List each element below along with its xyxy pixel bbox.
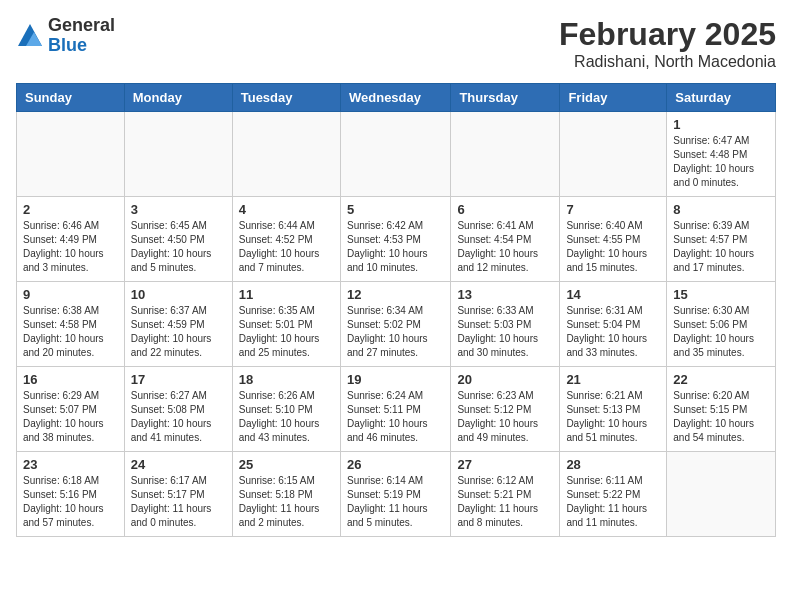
calendar-cell: 7Sunrise: 6:40 AM Sunset: 4:55 PM Daylig… bbox=[560, 197, 667, 282]
calendar-cell: 28Sunrise: 6:11 AM Sunset: 5:22 PM Dayli… bbox=[560, 452, 667, 537]
calendar-cell: 18Sunrise: 6:26 AM Sunset: 5:10 PM Dayli… bbox=[232, 367, 340, 452]
day-number: 4 bbox=[239, 202, 334, 217]
weekday-header: Tuesday bbox=[232, 84, 340, 112]
calendar-cell: 26Sunrise: 6:14 AM Sunset: 5:19 PM Dayli… bbox=[340, 452, 450, 537]
calendar-cell: 27Sunrise: 6:12 AM Sunset: 5:21 PM Dayli… bbox=[451, 452, 560, 537]
calendar-cell: 8Sunrise: 6:39 AM Sunset: 4:57 PM Daylig… bbox=[667, 197, 776, 282]
calendar-cell bbox=[232, 112, 340, 197]
calendar-cell: 3Sunrise: 6:45 AM Sunset: 4:50 PM Daylig… bbox=[124, 197, 232, 282]
calendar-cell bbox=[560, 112, 667, 197]
day-info: Sunrise: 6:46 AM Sunset: 4:49 PM Dayligh… bbox=[23, 219, 118, 275]
calendar-cell: 6Sunrise: 6:41 AM Sunset: 4:54 PM Daylig… bbox=[451, 197, 560, 282]
calendar-cell: 13Sunrise: 6:33 AM Sunset: 5:03 PM Dayli… bbox=[451, 282, 560, 367]
location-title: Radishani, North Macedonia bbox=[559, 53, 776, 71]
calendar-cell: 16Sunrise: 6:29 AM Sunset: 5:07 PM Dayli… bbox=[17, 367, 125, 452]
title-block: February 2025 Radishani, North Macedonia bbox=[559, 16, 776, 71]
day-number: 1 bbox=[673, 117, 769, 132]
day-number: 27 bbox=[457, 457, 553, 472]
day-number: 7 bbox=[566, 202, 660, 217]
day-info: Sunrise: 6:42 AM Sunset: 4:53 PM Dayligh… bbox=[347, 219, 444, 275]
page-header: General Blue February 2025 Radishani, No… bbox=[16, 16, 776, 71]
calendar-cell: 4Sunrise: 6:44 AM Sunset: 4:52 PM Daylig… bbox=[232, 197, 340, 282]
day-info: Sunrise: 6:27 AM Sunset: 5:08 PM Dayligh… bbox=[131, 389, 226, 445]
calendar-cell: 9Sunrise: 6:38 AM Sunset: 4:58 PM Daylig… bbox=[17, 282, 125, 367]
calendar-cell bbox=[667, 452, 776, 537]
calendar-cell: 10Sunrise: 6:37 AM Sunset: 4:59 PM Dayli… bbox=[124, 282, 232, 367]
day-info: Sunrise: 6:37 AM Sunset: 4:59 PM Dayligh… bbox=[131, 304, 226, 360]
weekday-header: Thursday bbox=[451, 84, 560, 112]
day-info: Sunrise: 6:21 AM Sunset: 5:13 PM Dayligh… bbox=[566, 389, 660, 445]
day-info: Sunrise: 6:29 AM Sunset: 5:07 PM Dayligh… bbox=[23, 389, 118, 445]
day-info: Sunrise: 6:47 AM Sunset: 4:48 PM Dayligh… bbox=[673, 134, 769, 190]
day-number: 3 bbox=[131, 202, 226, 217]
calendar-cell: 25Sunrise: 6:15 AM Sunset: 5:18 PM Dayli… bbox=[232, 452, 340, 537]
day-number: 8 bbox=[673, 202, 769, 217]
calendar-cell: 1Sunrise: 6:47 AM Sunset: 4:48 PM Daylig… bbox=[667, 112, 776, 197]
calendar-week-row: 1Sunrise: 6:47 AM Sunset: 4:48 PM Daylig… bbox=[17, 112, 776, 197]
calendar-cell bbox=[124, 112, 232, 197]
day-number: 13 bbox=[457, 287, 553, 302]
logo-icon bbox=[16, 22, 44, 50]
calendar-cell: 24Sunrise: 6:17 AM Sunset: 5:17 PM Dayli… bbox=[124, 452, 232, 537]
day-number: 10 bbox=[131, 287, 226, 302]
calendar-header-row: SundayMondayTuesdayWednesdayThursdayFrid… bbox=[17, 84, 776, 112]
day-number: 21 bbox=[566, 372, 660, 387]
day-number: 17 bbox=[131, 372, 226, 387]
day-number: 28 bbox=[566, 457, 660, 472]
calendar-cell bbox=[17, 112, 125, 197]
day-number: 19 bbox=[347, 372, 444, 387]
calendar-cell: 12Sunrise: 6:34 AM Sunset: 5:02 PM Dayli… bbox=[340, 282, 450, 367]
logo-blue: Blue bbox=[48, 36, 115, 56]
day-number: 24 bbox=[131, 457, 226, 472]
calendar-cell: 14Sunrise: 6:31 AM Sunset: 5:04 PM Dayli… bbox=[560, 282, 667, 367]
day-info: Sunrise: 6:35 AM Sunset: 5:01 PM Dayligh… bbox=[239, 304, 334, 360]
calendar-cell: 11Sunrise: 6:35 AM Sunset: 5:01 PM Dayli… bbox=[232, 282, 340, 367]
day-info: Sunrise: 6:40 AM Sunset: 4:55 PM Dayligh… bbox=[566, 219, 660, 275]
calendar-cell: 2Sunrise: 6:46 AM Sunset: 4:49 PM Daylig… bbox=[17, 197, 125, 282]
day-info: Sunrise: 6:45 AM Sunset: 4:50 PM Dayligh… bbox=[131, 219, 226, 275]
month-year-title: February 2025 bbox=[559, 16, 776, 53]
logo-general: General bbox=[48, 16, 115, 36]
calendar-table: SundayMondayTuesdayWednesdayThursdayFrid… bbox=[16, 83, 776, 537]
calendar-cell: 21Sunrise: 6:21 AM Sunset: 5:13 PM Dayli… bbox=[560, 367, 667, 452]
day-number: 14 bbox=[566, 287, 660, 302]
weekday-header: Sunday bbox=[17, 84, 125, 112]
day-info: Sunrise: 6:33 AM Sunset: 5:03 PM Dayligh… bbox=[457, 304, 553, 360]
calendar-cell: 22Sunrise: 6:20 AM Sunset: 5:15 PM Dayli… bbox=[667, 367, 776, 452]
calendar-cell bbox=[451, 112, 560, 197]
weekday-header: Wednesday bbox=[340, 84, 450, 112]
day-number: 6 bbox=[457, 202, 553, 217]
day-info: Sunrise: 6:38 AM Sunset: 4:58 PM Dayligh… bbox=[23, 304, 118, 360]
calendar-cell: 20Sunrise: 6:23 AM Sunset: 5:12 PM Dayli… bbox=[451, 367, 560, 452]
day-info: Sunrise: 6:17 AM Sunset: 5:17 PM Dayligh… bbox=[131, 474, 226, 530]
day-number: 26 bbox=[347, 457, 444, 472]
calendar-cell: 23Sunrise: 6:18 AM Sunset: 5:16 PM Dayli… bbox=[17, 452, 125, 537]
day-info: Sunrise: 6:39 AM Sunset: 4:57 PM Dayligh… bbox=[673, 219, 769, 275]
day-info: Sunrise: 6:11 AM Sunset: 5:22 PM Dayligh… bbox=[566, 474, 660, 530]
day-number: 16 bbox=[23, 372, 118, 387]
logo: General Blue bbox=[16, 16, 115, 56]
day-info: Sunrise: 6:14 AM Sunset: 5:19 PM Dayligh… bbox=[347, 474, 444, 530]
day-number: 11 bbox=[239, 287, 334, 302]
day-info: Sunrise: 6:15 AM Sunset: 5:18 PM Dayligh… bbox=[239, 474, 334, 530]
logo-text: General Blue bbox=[48, 16, 115, 56]
day-number: 23 bbox=[23, 457, 118, 472]
day-info: Sunrise: 6:41 AM Sunset: 4:54 PM Dayligh… bbox=[457, 219, 553, 275]
day-info: Sunrise: 6:31 AM Sunset: 5:04 PM Dayligh… bbox=[566, 304, 660, 360]
day-info: Sunrise: 6:30 AM Sunset: 5:06 PM Dayligh… bbox=[673, 304, 769, 360]
day-info: Sunrise: 6:12 AM Sunset: 5:21 PM Dayligh… bbox=[457, 474, 553, 530]
calendar-cell: 5Sunrise: 6:42 AM Sunset: 4:53 PM Daylig… bbox=[340, 197, 450, 282]
calendar-week-row: 9Sunrise: 6:38 AM Sunset: 4:58 PM Daylig… bbox=[17, 282, 776, 367]
day-info: Sunrise: 6:34 AM Sunset: 5:02 PM Dayligh… bbox=[347, 304, 444, 360]
calendar-cell bbox=[340, 112, 450, 197]
day-info: Sunrise: 6:20 AM Sunset: 5:15 PM Dayligh… bbox=[673, 389, 769, 445]
weekday-header: Monday bbox=[124, 84, 232, 112]
day-number: 20 bbox=[457, 372, 553, 387]
day-info: Sunrise: 6:44 AM Sunset: 4:52 PM Dayligh… bbox=[239, 219, 334, 275]
day-number: 15 bbox=[673, 287, 769, 302]
calendar-week-row: 2Sunrise: 6:46 AM Sunset: 4:49 PM Daylig… bbox=[17, 197, 776, 282]
day-number: 25 bbox=[239, 457, 334, 472]
day-info: Sunrise: 6:26 AM Sunset: 5:10 PM Dayligh… bbox=[239, 389, 334, 445]
day-number: 9 bbox=[23, 287, 118, 302]
day-info: Sunrise: 6:18 AM Sunset: 5:16 PM Dayligh… bbox=[23, 474, 118, 530]
